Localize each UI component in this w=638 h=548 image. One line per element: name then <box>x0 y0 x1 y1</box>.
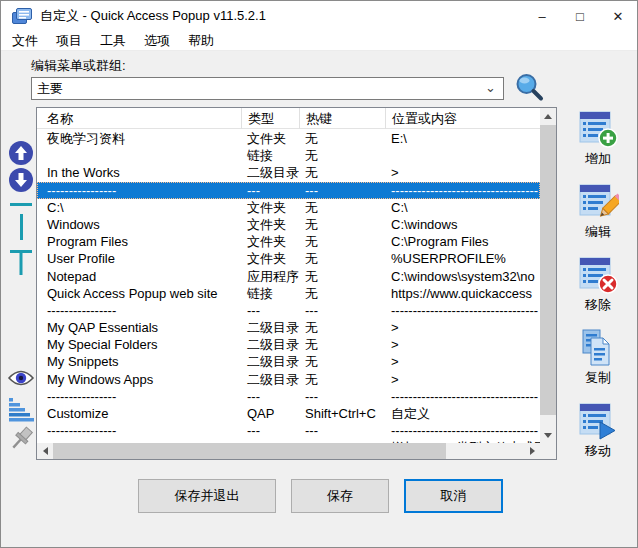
cell-hotkey: 无 <box>299 371 385 388</box>
table-row[interactable]: My Special Folders二级目录无> <box>37 336 540 353</box>
table-row[interactable]: User Profile文件夹无%USERPROFILE% <box>37 250 540 267</box>
cell-hotkey: 无 <box>299 353 385 370</box>
move-down-icon[interactable] <box>8 167 34 193</box>
chevron-down-icon: ⌄ <box>485 80 496 95</box>
cell-location: > <box>385 371 540 388</box>
save-and-exit-button[interactable]: 保存并退出 <box>138 479 276 513</box>
add-column-break-icon[interactable] <box>20 214 23 240</box>
cell-location: https://www.quickaccess <box>385 285 540 302</box>
list-add-icon <box>577 109 619 149</box>
cell-type: QAP <box>241 405 299 422</box>
menu-tools[interactable]: 工具 <box>91 31 135 51</box>
cell-location: %USERPROFILE% <box>385 250 540 267</box>
table-row[interactable]: ----------------------------------------… <box>37 388 540 405</box>
move-item-button[interactable]: 移动 <box>566 401 630 460</box>
close-button[interactable]: ✕ <box>599 1 637 31</box>
cell-type: 二级目录 <box>241 319 299 336</box>
scroll-right-icon[interactable] <box>524 443 540 459</box>
menu-help[interactable]: 帮助 <box>179 31 223 51</box>
copy-documents-icon <box>577 328 619 368</box>
horizontal-scrollbar[interactable] <box>37 443 540 459</box>
menu-options[interactable]: 选项 <box>135 31 179 51</box>
cell-hotkey: 无 <box>299 164 385 181</box>
horizontal-scroll-thumb[interactable] <box>53 443 446 459</box>
table-row[interactable]: ----------------------------------------… <box>37 182 540 199</box>
cell-location: ---------------------------------- <box>385 182 540 199</box>
table-row[interactable]: C:\文件夹无C:\ <box>37 199 540 216</box>
cell-hotkey: 无 <box>299 199 385 216</box>
table-row[interactable]: Notepad应用程序无C:\windows\system32\no <box>37 268 540 285</box>
maximize-button[interactable]: □ <box>561 1 599 31</box>
table-row[interactable]: 夜晚学习资料文件夹无E:\ <box>37 130 540 147</box>
table-row[interactable]: Windows文件夹无C:\windows <box>37 216 540 233</box>
vertical-scrollbar[interactable] <box>540 108 556 443</box>
cell-hotkey: Shift+Ctrl+C <box>299 405 385 422</box>
table-header[interactable]: 名称 类型 热键 位置或内容 <box>37 108 540 129</box>
search-icon[interactable] <box>514 72 544 102</box>
cell-type: 链接 <box>241 285 299 302</box>
add-menu-break-icon[interactable] <box>10 250 32 276</box>
copy-button-label: 复制 <box>566 369 630 387</box>
table-row[interactable]: My Snippets二级目录无> <box>37 353 540 370</box>
column-header-name[interactable]: 名称 <box>37 108 241 129</box>
move-up-icon[interactable] <box>8 140 34 166</box>
save-button[interactable]: 保存 <box>291 479 389 513</box>
table-row[interactable]: Quick Access Popup web site链接无https://ww… <box>37 285 540 302</box>
menu-item[interactable]: 项目 <box>47 31 91 51</box>
cell-name: My Windows Apps <box>37 371 241 388</box>
add-item-button[interactable]: 增加 <box>566 109 630 168</box>
add-separator-icon[interactable] <box>10 203 32 206</box>
cell-name: ---------------- <box>37 182 241 199</box>
cell-location: ---------------------------------- <box>385 422 540 439</box>
vertical-scroll-thumb[interactable] <box>540 125 556 415</box>
cell-location: ---------------------------------- <box>385 302 540 319</box>
table-row[interactable]: CustomizeQAPShift+Ctrl+C自定义 <box>37 405 540 422</box>
cell-name: 夜晚学习资料 <box>37 130 241 147</box>
cell-type: 二级目录 <box>241 336 299 353</box>
menu-bar: 文件 项目 工具 选项 帮助 <box>1 31 637 51</box>
cell-name: Customize <box>37 405 241 422</box>
table-row[interactable]: ----------------------------------------… <box>37 302 540 319</box>
menu-file[interactable]: 文件 <box>3 31 47 51</box>
copy-item-button[interactable]: 复制 <box>566 328 630 387</box>
cell-type: --- <box>241 422 299 439</box>
cell-type: 文件夹 <box>241 199 299 216</box>
group-combobox[interactable]: 主要 ⌄ <box>31 77 504 100</box>
cell-location: > <box>385 319 540 336</box>
cell-hotkey: --- <box>299 182 385 199</box>
scroll-left-icon[interactable] <box>37 443 53 459</box>
qap-customize-window: 自定义 - Quick Access Popup v11.5.2.1 – □ ✕… <box>0 0 638 548</box>
table-row[interactable]: 链接无 <box>37 147 540 164</box>
table-row[interactable]: My Windows Apps二级目录无> <box>37 371 540 388</box>
cell-hotkey: 无 <box>299 319 385 336</box>
title-bar[interactable]: 自定义 - Quick Access Popup v11.5.2.1 – □ ✕ <box>1 1 637 31</box>
table-row[interactable]: My QAP Essentials二级目录无> <box>37 319 540 336</box>
pin-icon[interactable] <box>9 425 35 457</box>
scroll-down-icon[interactable] <box>540 427 556 443</box>
table-row[interactable]: Program Files文件夹无C:\Program Files <box>37 233 540 250</box>
cell-hotkey: --- <box>299 302 385 319</box>
edit-item-button[interactable]: 编辑 <box>566 182 630 241</box>
cancel-button[interactable]: 取消 <box>404 479 503 513</box>
preview-eye-icon[interactable] <box>7 368 35 388</box>
cell-type: 文件夹 <box>241 250 299 267</box>
column-header-type[interactable]: 类型 <box>241 108 299 129</box>
minimize-button[interactable]: – <box>523 1 561 31</box>
table-row[interactable]: In the Works二级目录无> <box>37 164 540 181</box>
column-header-hotkey[interactable]: 热键 <box>299 108 385 129</box>
column-header-location[interactable]: 位置或内容 <box>385 108 540 129</box>
remove-item-button[interactable]: 移除 <box>566 255 630 314</box>
scrollbar-corner <box>540 443 556 459</box>
cell-type: --- <box>241 302 299 319</box>
sort-bars-icon[interactable] <box>8 398 34 422</box>
items-table: 名称 类型 热键 位置或内容 夜晚学习资料文件夹无E:\链接无In the Wo… <box>36 107 557 460</box>
cell-name: Quick Access Popup web site <box>37 285 241 302</box>
cell-type: 文件夹 <box>241 130 299 147</box>
cell-location: E:\ <box>385 130 540 147</box>
cell-name: My QAP Essentials <box>37 319 241 336</box>
cell-name: C:\ <box>37 199 241 216</box>
cell-hotkey: 无 <box>299 130 385 147</box>
table-row[interactable]: ----------------------------------------… <box>37 422 540 439</box>
scroll-up-icon[interactable] <box>540 108 556 124</box>
cell-type: 二级目录 <box>241 371 299 388</box>
